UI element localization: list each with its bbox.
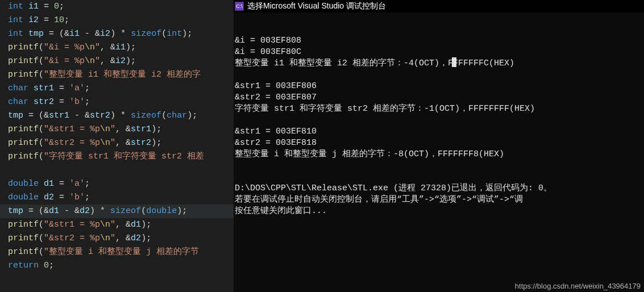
vs-icon: C:\ bbox=[235, 2, 244, 11]
console-output[interactable]: &i = 003EF808&i = 003EF80C整型变量 i1 和整型变量 … bbox=[234, 12, 644, 292]
console-line: &str1 = 003EF810 bbox=[235, 126, 643, 137]
console-line bbox=[235, 172, 643, 183]
console-line bbox=[235, 160, 643, 172]
code-line[interactable]: printf("&str1 = %p\n", &str1); bbox=[8, 123, 226, 136]
watermark: https://blog.csdn.net/weixin_43964179 bbox=[515, 282, 641, 290]
debug-console: C:\ 选择Microsoft Visual Studio 调试控制台 &i =… bbox=[234, 0, 644, 292]
code-line[interactable]: double d2 = 'b'; bbox=[8, 191, 226, 205]
code-line[interactable]: int tmp = (&i1 - &i2) * sizeof(int); bbox=[8, 27, 226, 41]
code-line[interactable]: printf("整型变量 i1 和整型变量 i2 相差的字 bbox=[8, 68, 226, 82]
code-line[interactable]: tmp = (&d1 - &d2) * sizeof(double); bbox=[0, 205, 234, 218]
code-line[interactable]: int i2 = 10; bbox=[8, 14, 226, 27]
text-cursor bbox=[452, 57, 456, 67]
code-line[interactable]: char str1 = 'a'; bbox=[8, 82, 226, 95]
code-line[interactable] bbox=[8, 164, 226, 177]
code-line[interactable]: int i1 = 0; bbox=[8, 0, 226, 14]
console-line: &str2 = 003EF818 bbox=[235, 137, 643, 149]
code-line[interactable]: double d1 = 'a'; bbox=[8, 177, 226, 191]
console-line: 若要在调试停止时自动关闭控制台，请启用“工具”->“选项”->“调试”->“调 bbox=[235, 194, 643, 206]
console-line: D:\DOS\CPP\STL\Release\STL.exe (进程 27328… bbox=[235, 183, 643, 194]
code-line[interactable]: printf("整型变量 i 和整型变量 j 相差的字节 bbox=[8, 245, 226, 259]
code-line[interactable]: printf("字符变量 str1 和字符变量 str2 相差 bbox=[8, 150, 226, 164]
code-line[interactable]: printf("&str2 = %p\n", &str2); bbox=[8, 136, 226, 150]
console-line: &i = 003EF80C bbox=[235, 47, 643, 58]
console-line: &i = 003EF808 bbox=[235, 35, 643, 47]
console-line: &str2 = 003EF807 bbox=[235, 92, 643, 103]
console-line bbox=[235, 69, 643, 81]
console-line bbox=[235, 115, 643, 126]
console-titlebar[interactable]: C:\ 选择Microsoft Visual Studio 调试控制台 bbox=[234, 0, 644, 12]
code-line[interactable]: char str2 = 'b'; bbox=[8, 95, 226, 109]
code-editor[interactable]: int i1 = 0;int i2 = 10;int tmp = (&i1 - … bbox=[0, 0, 234, 292]
code-line[interactable]: printf("&i = %p\n", &i2); bbox=[8, 55, 226, 68]
console-line: 整型变量 i1 和整型变量 i2 相差的字节：-4(OCT)，FFFFFFFC(… bbox=[235, 58, 643, 69]
console-line: 按任意键关闭此窗口... bbox=[235, 206, 643, 217]
console-line: 字符变量 str1 和字符变量 str2 相差的字节：-1(OCT)，FFFFF… bbox=[235, 103, 643, 115]
code-line[interactable]: return 0; bbox=[8, 259, 226, 273]
console-line: &str1 = 003EF806 bbox=[235, 81, 643, 92]
code-line[interactable]: printf("&i = %p\n", &i1); bbox=[8, 41, 226, 55]
code-line[interactable]: printf("&str1 = %p\n", &d1); bbox=[8, 218, 226, 232]
code-line[interactable]: tmp = (&str1 - &str2) * sizeof(char); bbox=[8, 109, 226, 123]
code-line[interactable]: printf("&str2 = %p\n", &d2); bbox=[8, 232, 226, 245]
console-line: 整型变量 i 和整型变量 j 相差的字节：-8(OCT)，FFFFFFF8(HE… bbox=[235, 149, 643, 160]
console-title: 选择Microsoft Visual Studio 调试控制台 bbox=[247, 1, 386, 11]
